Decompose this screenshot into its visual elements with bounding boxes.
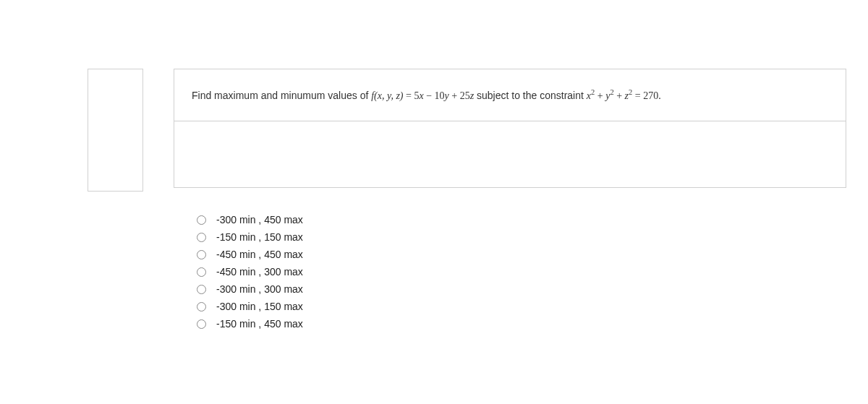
option-label: -450 min , 300 max — [216, 266, 303, 278]
option-label: -150 min , 450 max — [216, 318, 303, 330]
option-row[interactable]: -150 min , 150 max — [197, 231, 846, 243]
question-prompt-box: Find maximum and minumum values of f(x, … — [174, 69, 846, 121]
equals-sign: = — [404, 90, 414, 101]
term-10y: 10y — [435, 90, 449, 101]
option-label: -450 min , 450 max — [216, 249, 303, 260]
question-prefix: Find maximum and minumum values of — [192, 90, 371, 101]
radio-icon[interactable] — [197, 233, 206, 242]
option-label: -300 min , 300 max — [216, 283, 303, 295]
radio-icon[interactable] — [197, 285, 206, 294]
question-content-area: Find maximum and minumum values of f(x, … — [174, 69, 846, 335]
options-list: -300 min , 450 max -150 min , 150 max -4… — [174, 214, 846, 330]
equals-270: = 270. — [632, 90, 660, 101]
radio-icon[interactable] — [197, 319, 206, 329]
sidebar-placeholder-box — [88, 69, 143, 192]
radio-icon[interactable] — [197, 302, 206, 311]
option-label: -300 min , 150 max — [216, 301, 303, 312]
radio-icon[interactable] — [197, 250, 206, 259]
term-5x: 5x — [414, 90, 423, 101]
minus-sign: − — [424, 90, 435, 101]
radio-icon[interactable] — [197, 215, 206, 225]
subject-text: subject to the constraint — [474, 90, 587, 101]
plus-sign-3: + — [614, 90, 625, 101]
question-text: Find maximum and minumum values of f(x, … — [192, 88, 828, 103]
radio-icon[interactable] — [197, 267, 206, 277]
option-label: -300 min , 450 max — [216, 214, 303, 225]
answer-input-box — [174, 121, 846, 188]
plus-sign-1: + — [449, 90, 460, 101]
term-25z: 25z — [460, 90, 474, 101]
plus-sign-2: + — [595, 90, 605, 101]
func-args: (x, y, z) — [374, 90, 403, 101]
option-row[interactable]: -450 min , 450 max — [197, 249, 846, 260]
option-row[interactable]: -450 min , 300 max — [197, 266, 846, 278]
option-row[interactable]: -300 min , 150 max — [197, 301, 846, 312]
option-row[interactable]: -300 min , 450 max — [197, 214, 846, 225]
option-label: -150 min , 150 max — [216, 231, 303, 243]
option-row[interactable]: -150 min , 450 max — [197, 318, 846, 330]
option-row[interactable]: -300 min , 300 max — [197, 283, 846, 295]
